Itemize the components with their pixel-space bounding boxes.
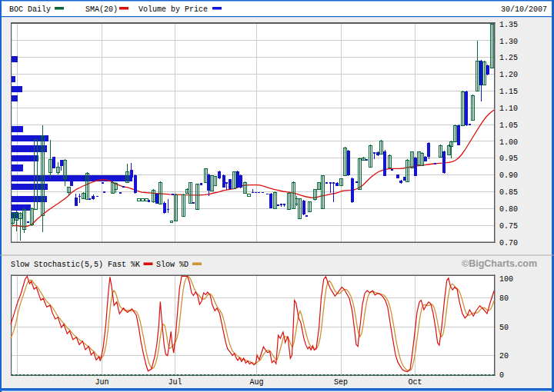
svg-text:Jul: Jul bbox=[168, 378, 182, 387]
svg-text:Slow %D: Slow %D bbox=[156, 261, 189, 269]
svg-text:1.35: 1.35 bbox=[499, 21, 518, 29]
svg-text:30/10/2007: 30/10/2007 bbox=[501, 5, 547, 14]
svg-text:100: 100 bbox=[499, 275, 513, 284]
svg-text:SMA(20): SMA(20) bbox=[85, 5, 118, 14]
svg-text:1.00: 1.00 bbox=[499, 138, 518, 147]
svg-text:20: 20 bbox=[499, 352, 509, 360]
svg-text:0: 0 bbox=[499, 371, 504, 380]
svg-text:1.05: 1.05 bbox=[499, 121, 518, 130]
svg-text:1.15: 1.15 bbox=[499, 88, 518, 96]
svg-text:1.30: 1.30 bbox=[499, 38, 518, 46]
svg-text:0.80: 0.80 bbox=[499, 205, 518, 214]
svg-text:50: 50 bbox=[499, 324, 509, 332]
svg-text:©BigCharts.com: ©BigCharts.com bbox=[462, 258, 537, 269]
svg-text:0.75: 0.75 bbox=[499, 222, 518, 231]
svg-text:0.90: 0.90 bbox=[499, 171, 518, 180]
svg-text:Slow Stochastic(5,5) Fast %K: Slow Stochastic(5,5) Fast %K bbox=[11, 261, 140, 269]
svg-text:0.95: 0.95 bbox=[499, 154, 518, 163]
svg-text:1.10: 1.10 bbox=[499, 105, 518, 113]
svg-text:Volume by Price: Volume by Price bbox=[138, 5, 208, 14]
svg-text:Oct: Oct bbox=[408, 378, 422, 387]
svg-text:0.85: 0.85 bbox=[499, 188, 518, 197]
svg-text:Aug: Aug bbox=[249, 378, 263, 387]
svg-text:Sep: Sep bbox=[334, 378, 348, 387]
svg-text:0.70: 0.70 bbox=[499, 239, 518, 247]
svg-text:Jun: Jun bbox=[95, 378, 108, 387]
svg-text:1.25: 1.25 bbox=[499, 54, 518, 62]
svg-text:80: 80 bbox=[499, 294, 509, 303]
svg-text:1.20: 1.20 bbox=[499, 71, 518, 79]
svg-text:BOC Daily: BOC Daily bbox=[9, 5, 51, 14]
